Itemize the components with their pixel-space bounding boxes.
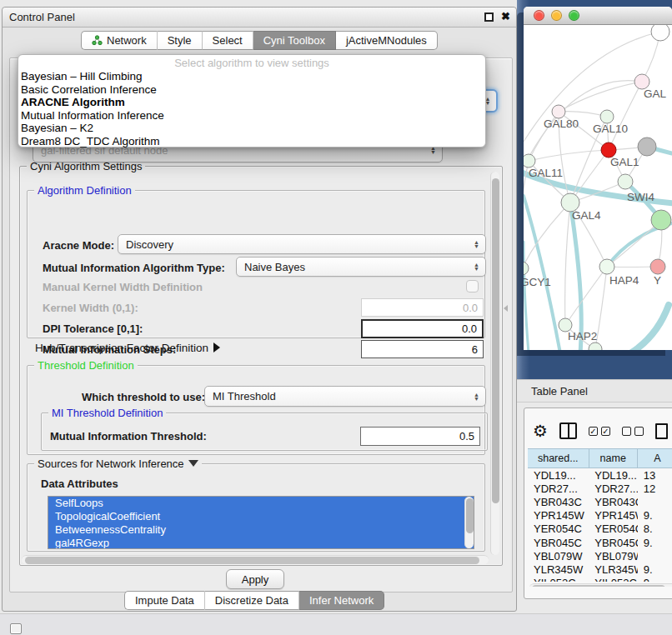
dpi-tolerance-field[interactable]: 0.0 xyxy=(361,319,484,338)
algorithm-option[interactable]: ARACNE Algorithm xyxy=(18,96,485,109)
control-panel-window: Control Panel ✖ NetworkStyleSelectCyni T… xyxy=(2,7,517,612)
algorithm-option[interactable]: Bayesian – Hill Climbing xyxy=(18,70,485,83)
algorithm-option[interactable]: Mutual Information Inference xyxy=(18,109,485,122)
attribute-item[interactable]: gal4RGexp xyxy=(48,537,474,549)
network-node-swi4[interactable] xyxy=(651,210,671,230)
which-threshold-value: MI Threshold xyxy=(213,390,276,402)
column-header[interactable]: name xyxy=(589,448,638,468)
node-label: GAL1 xyxy=(610,156,639,168)
gear-icon[interactable]: ⚙ xyxy=(533,422,548,439)
table-cell: 13 xyxy=(638,468,672,482)
network-node-hap4[interactable] xyxy=(599,259,614,274)
table-cell: YLR345W xyxy=(528,562,589,576)
cyni-algorithm-settings-group: Cyni Algorithm Settings Algorithm Defini… xyxy=(19,166,503,566)
mi-threshold-value: 0.5 xyxy=(459,430,474,442)
attribute-item[interactable]: TopologicalCoefficient xyxy=(48,510,474,523)
table-row[interactable]: YBR043CYBR043C xyxy=(528,495,672,508)
table-row[interactable]: YPR145WYPR145W9. xyxy=(528,509,672,522)
attributes-list-scrollbar[interactable] xyxy=(464,497,474,548)
network-node[interactable] xyxy=(638,138,656,156)
tab-impute-data[interactable]: Impute Data xyxy=(124,591,205,610)
mi-steps-field[interactable]: 6 xyxy=(361,340,484,358)
combo-arrows-icon: ▲▼ xyxy=(474,240,479,248)
aracne-mode-value: Discovery xyxy=(126,238,173,251)
algorithm-option[interactable]: Basic Correlation Inference xyxy=(18,83,485,97)
close-traffic-light[interactable] xyxy=(534,10,544,21)
control-panel-titlebar[interactable]: Control Panel ✖ xyxy=(3,8,516,28)
columns-icon[interactable] xyxy=(559,422,577,439)
aracne-mode-combo[interactable]: Discovery ▲▼ xyxy=(118,234,486,254)
table-toolbar: ⚙ ✓✓ xyxy=(533,418,668,443)
table-horizontal-scrollbar[interactable] xyxy=(529,583,672,587)
restore-window-icon[interactable] xyxy=(484,12,494,22)
algorithm-option[interactable]: Dream8 DC_TDC Algorithm xyxy=(18,135,485,148)
threshold-definition-title: Threshold Definition xyxy=(34,359,138,372)
tab-label: jActiveMNodules xyxy=(346,34,427,47)
network-window: GALGAL80GAL10GAL1GAL11SWI4GAL4GCY1HAP4YH… xyxy=(524,7,672,350)
table-row[interactable]: YLR345WYLR345W9. xyxy=(528,562,672,576)
network-node-gal10[interactable] xyxy=(600,110,614,123)
zoom-traffic-light[interactable] xyxy=(569,10,579,21)
column-header[interactable]: shared... xyxy=(528,448,589,468)
network-node-y[interactable] xyxy=(650,259,665,274)
document-icon[interactable] xyxy=(655,423,668,439)
network-nodes[interactable] xyxy=(524,25,671,350)
manual-kernel-checkbox[interactable] xyxy=(466,280,479,292)
kernel-width-field[interactable]: 0.0 xyxy=(361,298,484,317)
tab-select[interactable]: Select xyxy=(203,31,253,50)
apply-button[interactable]: Apply xyxy=(226,569,284,589)
node-table: shared...nameA YDL19...YDL19...13YDR27..… xyxy=(528,448,672,587)
tab-cyni-toolbox[interactable]: Cyni Toolbox xyxy=(253,31,336,50)
table-row[interactable]: YDR27...YDR27...12 xyxy=(528,482,672,495)
table-cell: YBR043C xyxy=(589,495,637,508)
close-window-icon[interactable]: ✖ xyxy=(501,10,510,22)
network-node-gal80[interactable] xyxy=(552,105,565,118)
table-row[interactable]: YDL19...YDL19...13 xyxy=(528,468,672,482)
network-node[interactable] xyxy=(651,25,669,41)
table-row[interactable]: YER054CYER054C8. xyxy=(528,522,672,536)
column-header[interactable]: A xyxy=(638,448,672,468)
collapsed-arrow-icon xyxy=(213,342,220,352)
mi-threshold-field[interactable]: 0.5 xyxy=(360,427,480,446)
table-cell: YIL052C xyxy=(589,577,637,582)
sources-title[interactable]: Sources for Network Inference xyxy=(34,458,202,470)
table-cell: YBR045C xyxy=(589,536,637,549)
network-node[interactable] xyxy=(589,342,602,350)
table-row[interactable]: YBR045CYBR045C9. xyxy=(528,536,672,549)
algorithm-dropdown-popup: Select algorithm to view settings Bayesi… xyxy=(18,54,486,148)
select-all-checks-icon[interactable]: ✓✓ xyxy=(589,427,610,436)
combo-arrows-icon: ▲▼ xyxy=(474,392,479,401)
attribute-item[interactable]: SelfLoops xyxy=(48,497,474,510)
panel-resize-handle[interactable] xyxy=(504,305,508,312)
which-threshold-label: Which threshold to use: xyxy=(82,391,205,403)
network-node-gcy1[interactable] xyxy=(524,262,529,275)
attribute-item[interactable]: BetweennessCentrality xyxy=(48,523,474,537)
deselect-all-checks-icon[interactable] xyxy=(622,427,644,436)
minimize-traffic-light[interactable] xyxy=(551,10,562,21)
settings-horizontal-scrollbar[interactable] xyxy=(22,555,489,564)
tab-infer-network[interactable]: Infer Network xyxy=(299,591,384,610)
data-attributes-list[interactable]: SelfLoopsTopologicalCoefficientBetweenne… xyxy=(48,496,474,549)
hub-definition-toggle[interactable]: Hub/Transcription Factor Definition xyxy=(35,342,220,354)
table-cell: YBL079W xyxy=(528,549,589,562)
table-cell: YDR27... xyxy=(528,482,589,495)
network-canvas[interactable]: GALGAL80GAL10GAL1GAL11SWI4GAL4GCY1HAP4YH… xyxy=(524,25,672,350)
mi-type-combo[interactable]: Naive Bayes ▲▼ xyxy=(236,257,486,277)
tab-network[interactable]: Network xyxy=(81,31,158,50)
settings-vertical-scrollbar[interactable] xyxy=(490,172,499,555)
tab-jactivemnodules[interactable]: jActiveMNodules xyxy=(336,31,438,50)
table-panel-titlebar[interactable]: Table Panel xyxy=(517,379,672,402)
tab-discretize-data[interactable]: Discretize Data xyxy=(205,591,299,610)
table-cell: YDR27... xyxy=(589,482,637,495)
network-window-titlebar[interactable] xyxy=(524,7,672,25)
tab-style[interactable]: Style xyxy=(158,31,203,50)
which-threshold-combo[interactable]: MI Threshold ▲▼ xyxy=(204,386,486,407)
network-node-gal11[interactable] xyxy=(524,154,535,168)
table-row[interactable]: YBL079WYBL079W xyxy=(528,549,672,562)
algorithm-option[interactable]: Bayesian – K2 xyxy=(18,122,485,135)
docked-panel-icon[interactable] xyxy=(10,623,22,634)
table-row[interactable]: YIL052CYIL052C9 xyxy=(528,577,672,582)
table-cell: 9 xyxy=(638,577,672,582)
network-node-gal1[interactable] xyxy=(618,174,633,189)
network-graph: GALGAL80GAL10GAL1GAL11SWI4GAL4GCY1HAP4YH… xyxy=(524,25,672,350)
